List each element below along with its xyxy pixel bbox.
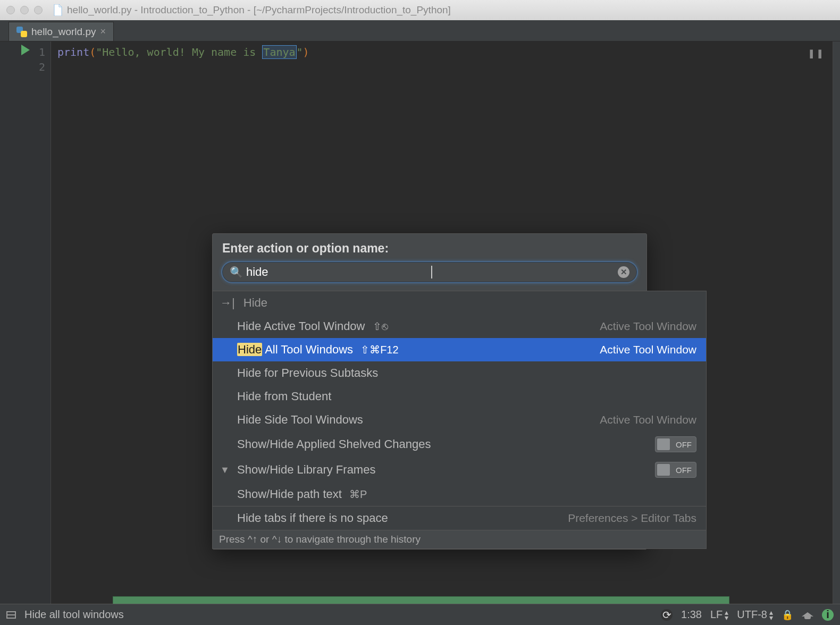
text-caret <box>431 266 432 278</box>
minimize-window-icon[interactable] <box>20 6 29 14</box>
results-list: →| Hide Hide Active Tool Window ⇧⎋ Activ… <box>212 291 707 549</box>
result-label: Show/Hide Library Frames <box>237 463 375 477</box>
file-icon <box>53 4 63 16</box>
result-item[interactable]: Hide Side Tool Windows Active Tool Windo… <box>213 408 706 432</box>
code-selection: Tanya <box>262 45 296 59</box>
result-label-prefix: Hide <box>237 511 261 525</box>
zoom-window-icon[interactable] <box>34 6 43 14</box>
ide-status-icon[interactable]: ⟳ <box>661 609 673 621</box>
caret-position[interactable]: 1:38 <box>681 609 702 621</box>
result-label-rest: for Previous Subtasks <box>261 366 378 379</box>
code-identifier: print <box>57 46 89 58</box>
toggle-off[interactable]: OFF <box>655 436 696 452</box>
result-item[interactable]: Hide tabs if there is no space Preferenc… <box>213 506 706 530</box>
status-message: Hide all tool windows <box>24 609 124 621</box>
result-item-selected[interactable]: Hide All Tool Windows ⇧⌘F12 Active Tool … <box>213 338 706 361</box>
code-paren: ( <box>89 46 96 58</box>
result-label: Show/Hide Applied Shelved Changes <box>237 437 431 451</box>
dropdown-arrows-icon: ▴▾ <box>725 610 728 620</box>
abbreviation-icon: →| <box>220 296 235 309</box>
result-item[interactable]: Hide for Previous Subtasks <box>213 361 706 385</box>
result-label-prefix: Hide <box>237 413 261 426</box>
result-label-rest: Active Tool Window <box>261 319 365 333</box>
result-hint: Active Tool Window <box>600 343 696 356</box>
result-label-prefix: Hide <box>237 319 261 333</box>
search-icon: 🔍 <box>230 266 243 278</box>
code-string: " <box>297 46 303 58</box>
line-number: 2 <box>0 60 45 74</box>
window-title: hello_world.py - Introduction_to_Python … <box>67 4 451 16</box>
result-hint: Active Tool Window <box>600 320 696 333</box>
search-input[interactable] <box>246 265 432 279</box>
result-item[interactable]: Hide from Student <box>213 385 706 408</box>
editor-container: 1 2 print("Hello, world! My name is Tany… <box>0 41 840 604</box>
search-box[interactable]: 🔍 ✕ <box>221 261 638 283</box>
dropdown-arrows-icon: ▴▾ <box>769 610 773 620</box>
result-label-rest: Side Tool Windows <box>261 413 363 426</box>
shortcut-label: ⇧⌘F12 <box>360 344 398 356</box>
find-action-popup: Enter action or option name: 🔍 ✕ →| Hide… <box>212 233 647 550</box>
result-hint: Preferences > Editor Tabs <box>568 512 696 525</box>
indicator-icon[interactable]: i <box>822 609 834 621</box>
file-encoding[interactable]: UTF-8 ▴▾ <box>737 609 773 621</box>
result-label-rest: tabs if there is no space <box>261 511 388 525</box>
line-separator-label: LF <box>710 609 723 621</box>
traffic-lights <box>6 6 43 14</box>
line-separator[interactable]: LF ▴▾ <box>710 609 728 621</box>
result-label: Show/Hide path text <box>237 487 342 501</box>
toggle-off[interactable]: OFF <box>655 462 696 478</box>
results-footer: Press ^↑ or ^↓ to navigate through the h… <box>213 530 706 548</box>
close-tab-icon[interactable]: × <box>100 26 106 37</box>
result-hint: Active Tool Window <box>600 413 696 426</box>
run-gutter-icon[interactable] <box>21 45 30 55</box>
gutter: 1 2 <box>0 41 51 604</box>
result-label-prefix: Hide <box>237 343 262 356</box>
result-item[interactable]: Show/Hide path text ⌘P <box>213 483 706 506</box>
pause-icon: ❚❚ <box>808 46 825 61</box>
clear-icon[interactable]: ✕ <box>618 266 629 278</box>
result-label-rest: from Student <box>261 390 331 403</box>
result-item[interactable]: Show/Hide Applied Shelved Changes OFF <box>213 432 706 457</box>
window-titlebar: hello_world.py - Introduction_to_Python … <box>0 0 840 20</box>
editor-tab[interactable]: hello_world.py × <box>9 22 114 41</box>
code-string: "Hello, world! My name is <box>96 46 262 58</box>
status-bar: Hide all tool windows ⟳ 1:38 LF ▴▾ UTF-8… <box>0 604 840 625</box>
filter-icon: ▼ <box>220 464 230 476</box>
result-item[interactable]: Hide Active Tool Window ⇧⎋ Active Tool W… <box>213 315 706 338</box>
python-file-icon <box>16 27 27 37</box>
edu-icon[interactable] <box>802 611 813 619</box>
encoding-label: UTF-8 <box>737 609 767 621</box>
editor-tabbar: hello_world.py × <box>0 20 840 41</box>
result-header: →| Hide <box>213 291 706 315</box>
code-paren: ) <box>303 46 309 58</box>
error-stripe <box>833 41 840 604</box>
close-window-icon[interactable] <box>6 6 15 14</box>
lock-icon[interactable]: 🔒 <box>782 609 793 621</box>
tab-label: hello_world.py <box>31 26 96 38</box>
popup-title: Enter action or option name: <box>213 234 646 261</box>
shortcut-label: ⇧⎋ <box>373 320 388 332</box>
tool-window-icon[interactable] <box>6 611 16 619</box>
result-header-label: Hide <box>243 296 267 309</box>
result-label-rest: All Tool Windows <box>262 343 353 356</box>
shortcut-label: ⌘P <box>349 488 367 500</box>
result-label-prefix: Hide <box>237 390 261 403</box>
result-item[interactable]: ▼ Show/Hide Library Frames OFF <box>213 457 706 483</box>
result-label-prefix: Hide <box>237 366 261 379</box>
